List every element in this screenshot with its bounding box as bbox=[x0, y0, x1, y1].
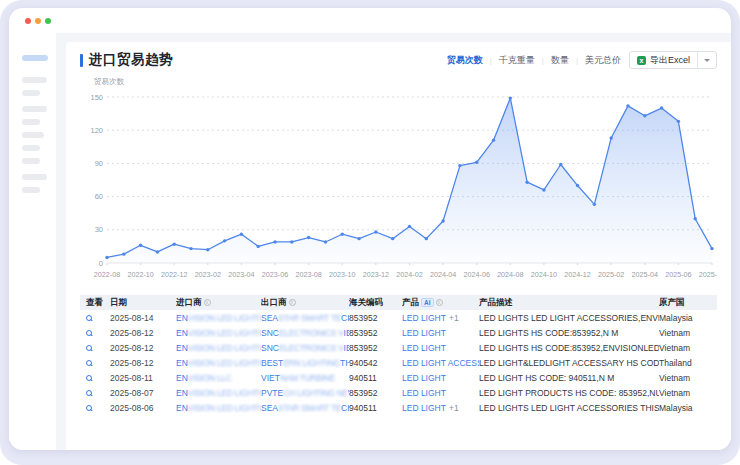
info-icon[interactable]: i bbox=[204, 299, 211, 306]
exporter-cell[interactable]: VIET NAM TURBINE bbox=[261, 373, 349, 383]
sidebar-item-placeholder[interactable] bbox=[22, 106, 47, 112]
origin-country-cell: Malaysia bbox=[659, 313, 717, 323]
product-tag: LED LIGHT bbox=[402, 328, 446, 338]
tab-3[interactable]: 数量 bbox=[551, 54, 569, 67]
y-tick-label: 150 bbox=[90, 93, 103, 102]
tab-2[interactable]: 千克重量 bbox=[499, 54, 535, 67]
column-header-label: 进口商 bbox=[176, 297, 202, 309]
data-point-2022-11 bbox=[156, 250, 159, 253]
exporter-cell[interactable]: BESTERN LIGHTING THA... bbox=[261, 358, 349, 368]
view-detail-magnifier-icon[interactable] bbox=[86, 315, 92, 321]
minimize-window-button[interactable] bbox=[35, 18, 41, 24]
sidebar-item-placeholder[interactable] bbox=[22, 119, 40, 125]
product-cell[interactable]: LED LIGHT bbox=[402, 373, 479, 383]
data-point-2024-08 bbox=[509, 96, 512, 99]
export-button-label: 导出Excel bbox=[650, 54, 690, 67]
product-cell[interactable]: LED LIGHT+1 bbox=[402, 403, 479, 413]
importer-cell[interactable]: ENVISION LLC bbox=[176, 373, 261, 383]
column-header-label: 产品描述 bbox=[479, 297, 513, 309]
column-header-5: 海关编码 bbox=[349, 297, 402, 309]
data-point-2023-07 bbox=[290, 240, 293, 243]
product-cell[interactable]: LED LIGHT bbox=[402, 343, 479, 353]
importer-cell[interactable]: ENVISION LED LIGHTING L... bbox=[176, 328, 261, 338]
view-detail-magnifier-icon[interactable] bbox=[86, 330, 92, 336]
maximize-window-button[interactable] bbox=[45, 18, 51, 24]
importer-cell[interactable]: ENVISION LED LIGHTING L... bbox=[176, 358, 261, 368]
export-excel-button[interactable]: x 导出Excel bbox=[630, 52, 697, 68]
x-tick-label: 2023-08 bbox=[295, 270, 321, 279]
title-accent-bar bbox=[80, 54, 83, 67]
y-tick-label: 60 bbox=[95, 192, 103, 201]
sidebar-item-placeholder[interactable] bbox=[22, 90, 40, 96]
view-cell bbox=[80, 345, 110, 351]
data-point-2022-12 bbox=[173, 242, 176, 245]
date-cell: 2025-08-06 bbox=[110, 403, 176, 413]
data-point-2025-08 bbox=[710, 247, 713, 250]
importer-cell[interactable]: ENVISION LED LIGHTING L... bbox=[176, 313, 261, 323]
exporter-cell[interactable]: PVTECH LIGHTING NEW VI... bbox=[261, 388, 349, 398]
exporter-visible-suffix: CH ... bbox=[341, 313, 349, 323]
exporter-cell[interactable]: SEA STAR SMART TECH ... bbox=[261, 403, 349, 413]
importer-visible-prefix: EN bbox=[176, 358, 188, 368]
sidebar-item-placeholder[interactable] bbox=[22, 132, 44, 138]
view-detail-magnifier-icon[interactable] bbox=[86, 360, 92, 366]
chart-area-fill bbox=[107, 98, 712, 263]
date-cell: 2025-08-12 bbox=[110, 343, 176, 353]
sidebar-item-active-placeholder[interactable] bbox=[22, 55, 48, 61]
metric-tabs: 贸易次数|千克重量|数量|美元总价 bbox=[447, 54, 621, 67]
origin-country-cell: Vietnam bbox=[659, 388, 717, 398]
importer-cell[interactable]: ENVISION LED LIGHTING L... bbox=[176, 403, 261, 413]
product-description-value: LED LIGHTS HS CODE:853952,ENVISIONLED bbox=[479, 343, 659, 353]
product-cell[interactable]: LED LIGHT bbox=[402, 328, 479, 338]
origin-country-cell: Vietnam bbox=[659, 328, 717, 338]
exporter-cell[interactable]: SNC ELECTRONICS VIET... bbox=[261, 343, 349, 353]
sidebar-item-placeholder[interactable] bbox=[22, 187, 40, 193]
importer-redacted: VISION LED LIGHTI bbox=[188, 343, 260, 353]
x-tick-label: 2025-04 bbox=[632, 270, 658, 279]
product-cell[interactable]: LED LIGHT ACCESSORY bbox=[402, 358, 479, 368]
x-tick-label: 2025-06 bbox=[665, 270, 691, 279]
info-icon[interactable]: i bbox=[436, 299, 443, 306]
tab-1[interactable]: 贸易次数 bbox=[447, 54, 483, 67]
sidebar-item-placeholder[interactable] bbox=[22, 77, 47, 83]
exporter-cell[interactable]: SEA STAR SMART TECH ... bbox=[261, 313, 349, 323]
sidebar-item-placeholder[interactable] bbox=[22, 174, 47, 180]
view-detail-magnifier-icon[interactable] bbox=[86, 390, 92, 396]
importer-cell[interactable]: ENVISION LED LIGHTING L... bbox=[176, 343, 261, 353]
x-tick-label: 2023-12 bbox=[363, 270, 389, 279]
data-point-2023-05 bbox=[257, 245, 260, 248]
column-header-label: 日期 bbox=[110, 297, 127, 309]
y-tick-label: 0 bbox=[99, 259, 103, 268]
hs-code-cell: 940542 bbox=[349, 358, 402, 368]
product-cell[interactable]: LED LIGHT bbox=[402, 388, 479, 398]
area-chart-canvas[interactable]: 03060901201502022-082022-102022-122023-0… bbox=[80, 89, 717, 285]
info-icon[interactable]: i bbox=[289, 299, 296, 306]
column-header-label: 出口商 bbox=[261, 297, 287, 309]
sidebar-item-placeholder[interactable] bbox=[22, 158, 40, 164]
column-header-4: 出口商i bbox=[261, 297, 349, 309]
view-detail-magnifier-icon[interactable] bbox=[86, 405, 92, 411]
product-cell[interactable]: LED LIGHT+1 bbox=[402, 313, 479, 323]
export-options-button[interactable] bbox=[698, 52, 716, 68]
hs-code-cell: 940511 bbox=[349, 403, 402, 413]
data-point-2023-12 bbox=[374, 230, 377, 233]
date-value: 2025-08-14 bbox=[110, 313, 153, 323]
exporter-cell[interactable]: SNC ELECTRONICS VIET... bbox=[261, 328, 349, 338]
tab-4[interactable]: 美元总价 bbox=[585, 54, 621, 67]
hs-code-value: 853952 bbox=[349, 328, 377, 338]
product-tag: LED LIGHT bbox=[402, 373, 446, 383]
sidebar-item-placeholder[interactable] bbox=[22, 145, 40, 151]
product-description-cell: LED LIGHT PRODUCTS HS CODE: 853952,NUWAT… bbox=[479, 388, 659, 398]
exporter-visible-prefix: SEA bbox=[261, 313, 278, 323]
view-detail-magnifier-icon[interactable] bbox=[86, 375, 92, 381]
data-point-2023-02 bbox=[206, 248, 209, 251]
view-detail-magnifier-icon[interactable] bbox=[86, 345, 92, 351]
data-point-2024-06 bbox=[475, 161, 478, 164]
close-window-button[interactable] bbox=[25, 18, 31, 24]
x-tick-label: 2023-06 bbox=[262, 270, 288, 279]
importer-cell[interactable]: ENVISION LED LIGHTING L... bbox=[176, 388, 261, 398]
importer-redacted: VISION LED LIGHTI bbox=[188, 358, 260, 368]
origin-country-value: Vietnam bbox=[659, 373, 690, 383]
x-tick-label: 2023-02 bbox=[195, 270, 221, 279]
data-point-2025-03 bbox=[626, 104, 629, 107]
